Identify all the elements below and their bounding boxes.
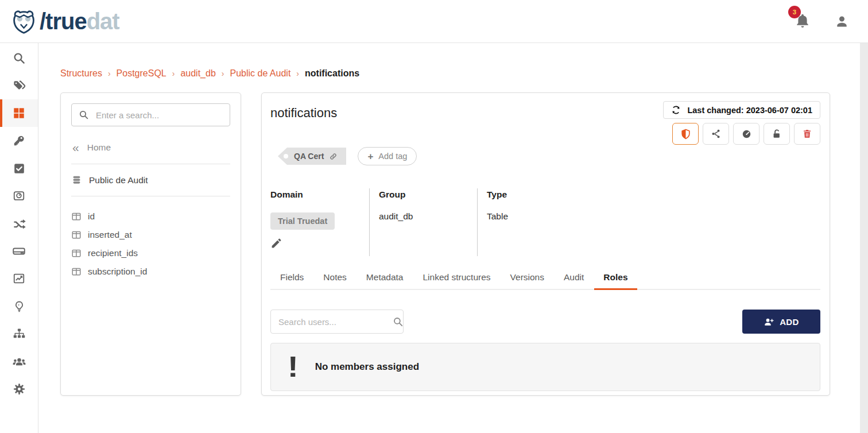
check-square-icon bbox=[13, 163, 25, 175]
refresh-icon bbox=[671, 105, 681, 115]
owl-logo-icon bbox=[10, 8, 37, 35]
sidebar-item-relations[interactable] bbox=[0, 210, 38, 237]
sidebar-item-tags[interactable] bbox=[0, 72, 38, 99]
tab-roles[interactable]: Roles bbox=[603, 272, 627, 289]
shield-half-icon bbox=[680, 129, 691, 140]
breadcrumb-separator: › bbox=[108, 69, 111, 78]
structure-tree-panel: « Home Public de Audit bbox=[60, 92, 241, 396]
empty-members-alert: ! No members assigned bbox=[270, 343, 820, 391]
search-icon bbox=[393, 316, 404, 327]
field-list: id inserted_at rec bbox=[71, 211, 230, 277]
notifications-bell-button[interactable]: 3 bbox=[795, 13, 810, 30]
database-icon bbox=[71, 175, 82, 185]
field-label: inserted_at bbox=[88, 230, 132, 240]
details-section: Domain Trial Truedat Group audit_db Type… bbox=[270, 188, 820, 256]
add-member-label: ADD bbox=[780, 317, 799, 327]
breadcrumb-current: notifications bbox=[305, 68, 359, 79]
tab-notes[interactable]: Notes bbox=[323, 272, 347, 289]
divider bbox=[71, 164, 230, 164]
field-label: subscription_id bbox=[88, 266, 147, 277]
tab-linked-structures[interactable]: Linked structures bbox=[423, 272, 491, 289]
edit-domain-button[interactable] bbox=[270, 237, 283, 249]
search-icon bbox=[13, 52, 26, 65]
breadcrumb-structures[interactable]: Structures bbox=[60, 68, 102, 79]
plus-icon: + bbox=[367, 152, 373, 161]
user-plus-icon bbox=[764, 316, 774, 327]
type-label: Type bbox=[487, 190, 820, 200]
roles-toolbar: ADD bbox=[270, 310, 820, 334]
tree-search-box[interactable] bbox=[71, 103, 230, 126]
sidebar-item-lineage[interactable] bbox=[0, 320, 38, 347]
notification-badge: 3 bbox=[788, 6, 801, 18]
structure-parent-link[interactable]: Public de Audit bbox=[71, 175, 230, 185]
trash-icon bbox=[802, 129, 812, 139]
table-column-icon bbox=[71, 266, 82, 277]
main-content: Structures › PostgreSQL › audit_db › Pub… bbox=[38, 43, 860, 433]
chart-line-icon bbox=[13, 272, 25, 285]
page-title: notifications bbox=[270, 101, 337, 121]
truedat-logo[interactable]: /truedat bbox=[10, 8, 119, 35]
chevron-double-left-icon: « bbox=[72, 141, 79, 153]
sidebar-item-groups[interactable] bbox=[0, 347, 38, 375]
grid-icon bbox=[13, 107, 25, 119]
delete-button[interactable] bbox=[794, 123, 820, 145]
sidebar-item-sources[interactable] bbox=[0, 237, 38, 265]
field-row-subscription-id[interactable]: subscription_id bbox=[71, 266, 230, 277]
tag-row: QA Cert + Add tag bbox=[278, 147, 820, 165]
add-member-button[interactable]: ADD bbox=[742, 310, 820, 334]
field-label: id bbox=[88, 211, 95, 222]
share-icon bbox=[711, 129, 721, 139]
field-row-recipient-ids[interactable]: recipient_ids bbox=[71, 248, 230, 258]
refresh-last-changed-button[interactable]: Last changed: 2023-06-07 02:01 bbox=[663, 101, 820, 119]
tab-fields[interactable]: Fields bbox=[280, 272, 304, 289]
breadcrumb-public-de-audit[interactable]: Public de Audit bbox=[230, 68, 290, 79]
tag-qa-cert[interactable]: QA Cert bbox=[278, 148, 346, 165]
structure-detail-panel: notifications Last changed: 2023-06-07 0… bbox=[261, 92, 830, 396]
tab-audit[interactable]: Audit bbox=[564, 272, 584, 289]
unlock-button[interactable] bbox=[764, 123, 790, 145]
field-row-inserted-at[interactable]: inserted_at bbox=[71, 230, 230, 240]
sidebar-item-structures[interactable] bbox=[0, 99, 38, 127]
breadcrumb-postgresql[interactable]: PostgreSQL bbox=[117, 68, 166, 79]
group-value: audit_db bbox=[379, 211, 477, 222]
sidebar-item-tasks[interactable] bbox=[0, 154, 38, 182]
sidebar-item-permissions[interactable] bbox=[0, 127, 38, 154]
add-tag-button[interactable]: + Add tag bbox=[358, 147, 417, 165]
hard-drive-icon bbox=[12, 244, 26, 258]
type-value: Table bbox=[487, 211, 820, 222]
sidebar-item-insights[interactable] bbox=[0, 292, 38, 320]
users-search-input[interactable] bbox=[278, 317, 393, 327]
detail-domain: Domain Trial Truedat bbox=[270, 188, 369, 256]
breadcrumb-separator: › bbox=[296, 69, 299, 78]
profiling-button[interactable] bbox=[733, 123, 760, 145]
lightbulb-icon bbox=[13, 300, 25, 312]
breadcrumb-separator: › bbox=[172, 69, 175, 78]
tag-label: QA Cert bbox=[294, 152, 324, 161]
page-scrollbar[interactable] bbox=[860, 43, 868, 433]
back-to-home[interactable]: « Home bbox=[72, 141, 230, 153]
sidebar-item-quality[interactable] bbox=[0, 182, 38, 210]
breadcrumb-separator: › bbox=[222, 69, 224, 78]
logo-secondary-text: dat bbox=[87, 9, 119, 34]
logo-primary-text: /true bbox=[40, 9, 87, 34]
protect-button[interactable] bbox=[672, 123, 699, 145]
share-button[interactable] bbox=[703, 123, 729, 145]
field-label: recipient_ids bbox=[88, 248, 138, 258]
sidebar-item-search[interactable] bbox=[0, 44, 38, 72]
unlock-icon bbox=[772, 129, 782, 140]
tachometer-icon bbox=[741, 129, 752, 140]
sidebar-item-dashboards[interactable] bbox=[0, 265, 38, 292]
table-column-icon bbox=[71, 211, 82, 222]
table-column-icon bbox=[71, 248, 82, 258]
sidebar-item-settings[interactable] bbox=[0, 375, 38, 403]
users-search-box[interactable] bbox=[270, 310, 404, 334]
home-label: Home bbox=[87, 142, 111, 153]
tab-versions[interactable]: Versions bbox=[510, 272, 544, 289]
user-menu-button[interactable] bbox=[834, 14, 850, 29]
last-changed-label: Last changed: 2023-06-07 02:01 bbox=[687, 106, 812, 115]
tag-hole bbox=[284, 154, 288, 158]
breadcrumb-audit-db[interactable]: audit_db bbox=[180, 68, 215, 79]
field-row-id[interactable]: id bbox=[71, 211, 230, 222]
tree-search-input[interactable] bbox=[96, 110, 223, 120]
tab-metadata[interactable]: Metadata bbox=[366, 272, 404, 289]
